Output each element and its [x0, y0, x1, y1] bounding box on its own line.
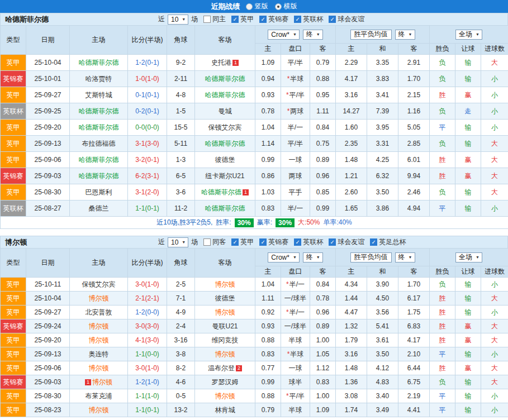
checkbox-icon[interactable]: ✓: [259, 16, 267, 23]
checkbox-icon[interactable]: ✓: [294, 16, 301, 23]
home-odds: 1.09: [255, 55, 281, 71]
avg-time-select[interactable]: 终▼: [395, 30, 415, 40]
match-count-select[interactable]: 10▼: [168, 15, 188, 25]
scope-select[interactable]: 全场▼: [455, 30, 482, 40]
radio-icon[interactable]: [246, 3, 253, 10]
checkbox-icon[interactable]: ✓: [329, 16, 336, 23]
home-team[interactable]: 保顿艾尔宾: [82, 280, 116, 289]
filter-checkbox[interactable]: 同主: [203, 15, 226, 24]
away-team[interactable]: 彼德堡: [215, 294, 235, 303]
filter-header-row: 类型日期主场比分(半场)角球客场Crow*▼终▼胜平负均值终▼全场▼: [1, 26, 508, 44]
avg-time-select[interactable]: 终▼: [395, 252, 415, 262]
away-team[interactable]: 曼联U21: [212, 322, 238, 331]
away-team[interactable]: 史托港: [211, 58, 231, 68]
home-team[interactable]: 博尔顿: [89, 294, 109, 303]
away-team[interactable]: 纽卡斯尔U21: [205, 171, 244, 181]
home-team[interactable]: 布拉德福德: [82, 139, 116, 149]
away-team[interactable]: 哈德斯菲尔德: [205, 139, 245, 149]
away-team[interactable]: 哈德斯菲尔德: [205, 204, 245, 213]
home-team[interactable]: 艾斯特城: [86, 90, 112, 100]
avg-draw: 3.50: [367, 347, 398, 361]
select-value: 10: [171, 238, 178, 246]
match-row: 英甲25-09-06博尔顿3-0(1-0)8-2温布尔登20.77一球1.121…: [1, 361, 508, 375]
home-team[interactable]: 奥连特: [89, 350, 109, 359]
filter-checkbox[interactable]: ✓英锦赛: [259, 237, 288, 247]
checkbox-icon[interactable]: ✓: [294, 238, 301, 246]
away-odds: 1.00: [310, 333, 336, 347]
avg-draw: 3.90: [367, 278, 398, 292]
match-score: 1-2(0-1): [128, 55, 167, 71]
filter-checkbox[interactable]: ✓英联杯: [294, 237, 323, 247]
home-team[interactable]: 博尔顿: [89, 405, 109, 415]
away-team[interactable]: 彼德堡: [215, 155, 235, 165]
away-team[interactable]: 博尔顿: [215, 350, 235, 359]
column-header: 角球: [167, 26, 195, 55]
home-team[interactable]: 哈德斯菲尔德: [79, 58, 119, 68]
away-team[interactable]: 博尔顿: [215, 392, 235, 401]
home-team[interactable]: 哈洛贾特: [86, 74, 112, 84]
home-team[interactable]: 博尔顿: [89, 336, 109, 345]
scope-select[interactable]: 全场▼: [455, 252, 482, 262]
away-team[interactable]: 博尔顿: [215, 308, 235, 317]
checkbox-icon[interactable]: [203, 16, 211, 23]
checkbox-icon[interactable]: ✓: [370, 238, 377, 246]
avg-draw: 6.32: [367, 168, 398, 184]
filter-checkbox[interactable]: ✓英联杯: [294, 15, 323, 24]
away-team[interactable]: 哈德斯菲尔德: [205, 74, 245, 84]
checkbox-label: 球会友谊: [338, 15, 364, 24]
home-odds: 1.03: [255, 184, 281, 201]
layout-radio-option[interactable]: 横版: [275, 2, 297, 11]
avg-label-box[interactable]: 胜平负均值: [350, 30, 392, 40]
competition-badge: 英锦赛: [1, 375, 26, 389]
away-team[interactable]: 维冈竞技: [212, 336, 239, 345]
filter-checkbox[interactable]: ✓英甲: [231, 15, 254, 24]
team-name: 博尔顿: [1, 237, 158, 247]
match-date: 25-08-27: [26, 201, 70, 217]
odds-time-select[interactable]: 终▼: [303, 252, 323, 262]
away-team-cell: 哈德斯菲尔德: [195, 136, 255, 152]
checkbox-icon[interactable]: ✓: [329, 238, 336, 246]
home-team-cell: 巴恩斯利: [70, 184, 128, 201]
odds-company-select[interactable]: Crow*▼: [268, 30, 300, 40]
home-team[interactable]: 哈德斯菲尔德: [79, 171, 119, 181]
checkbox-icon[interactable]: ✓: [231, 238, 239, 246]
avg-label-box[interactable]: 胜平负均值: [350, 252, 392, 262]
away-team[interactable]: 保顿艾尔宾: [208, 123, 242, 132]
away-team[interactable]: 林肯城: [215, 405, 235, 415]
checkbox-icon[interactable]: [203, 238, 211, 246]
away-team[interactable]: 哈德斯菲尔德: [201, 188, 241, 197]
home-team[interactable]: 博尔顿: [89, 364, 109, 373]
home-team[interactable]: 哈德斯菲尔德: [79, 107, 119, 116]
home-team[interactable]: 哈德斯菲尔德: [79, 123, 119, 132]
filter-checkbox[interactable]: ✓球会友谊: [329, 237, 364, 247]
away-team[interactable]: 温布尔登: [208, 364, 235, 373]
away-odds: 0.89: [310, 319, 336, 333]
avg-draw: 3.35: [367, 55, 398, 71]
home-team[interactable]: 博尔顿: [92, 378, 112, 387]
filter-checkbox[interactable]: ✓球会友谊: [329, 15, 364, 24]
home-team[interactable]: 博尔顿: [89, 322, 109, 331]
filter-checkbox[interactable]: ✓英甲: [231, 237, 254, 247]
home-team[interactable]: 巴恩斯利: [86, 188, 112, 197]
home-team[interactable]: 北安普敦: [86, 308, 112, 317]
home-team[interactable]: 布莱克浦: [86, 392, 112, 401]
away-team[interactable]: 罗瑟汉姆: [212, 378, 239, 387]
layout-radio-option[interactable]: 竖版: [246, 2, 268, 11]
result-goals: 小: [481, 306, 508, 319]
radio-option-label: 竖版: [255, 2, 268, 11]
radio-icon[interactable]: [275, 3, 282, 10]
odds-company-select[interactable]: Crow*▼: [268, 252, 300, 262]
home-team[interactable]: 桑德兰: [89, 204, 109, 213]
away-team[interactable]: 哈德斯菲尔德: [205, 90, 245, 100]
filter-checkbox[interactable]: ✓英足总杯: [370, 237, 406, 247]
filter-checkbox[interactable]: ✓英锦赛: [259, 15, 288, 24]
odds-time-select[interactable]: 终▼: [303, 30, 323, 40]
checkbox-icon[interactable]: ✓: [259, 238, 267, 246]
checkbox-icon[interactable]: ✓: [231, 16, 239, 23]
match-count-select[interactable]: 10▼: [168, 237, 188, 247]
home-team[interactable]: 哈德斯菲尔德: [79, 155, 119, 165]
filter-checkbox[interactable]: 同客: [203, 237, 226, 247]
filter-header-row: 类型日期主场比分(半场)角球客场Crow*▼终▼胜平负均值终▼全场▼: [1, 249, 508, 266]
away-team[interactable]: 博尔顿: [215, 280, 235, 289]
away-team[interactable]: 曼城: [219, 107, 232, 116]
